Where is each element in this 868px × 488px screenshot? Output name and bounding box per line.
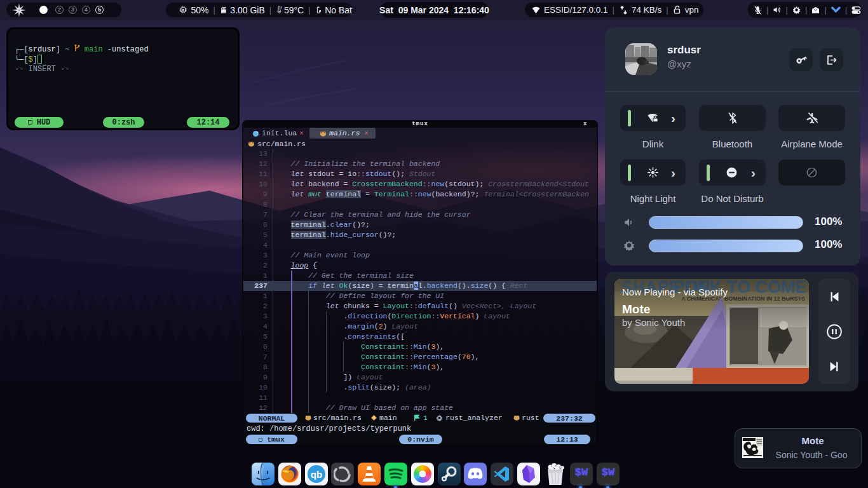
svg-text:qb: qb bbox=[311, 469, 322, 480]
